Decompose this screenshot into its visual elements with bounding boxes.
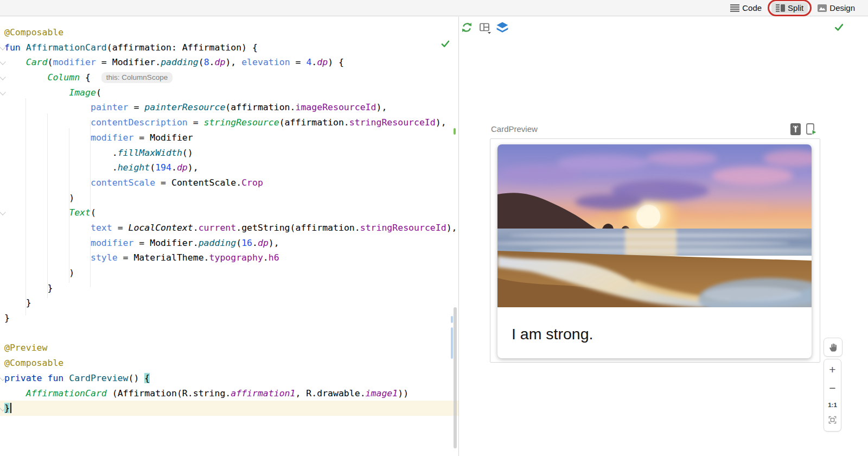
code-token: current xyxy=(199,223,237,233)
code-token: = Modifier xyxy=(133,132,193,143)
code-token: = Modifier. xyxy=(133,238,198,248)
code-token: (affirmation. xyxy=(225,102,295,112)
code-token: ( xyxy=(150,162,155,173)
refresh-preview-button[interactable] xyxy=(461,21,473,36)
code-token: = ContentScale. xyxy=(155,178,241,188)
indent-guide xyxy=(47,113,48,298)
code-line: @Composable xyxy=(4,356,458,371)
code-line: Column { this: ColumnScope xyxy=(4,70,458,85)
code-token: = xyxy=(112,223,129,233)
view-options-icon xyxy=(479,22,492,34)
code-line: @Preview xyxy=(4,340,458,356)
split-mode-label: Split xyxy=(788,3,803,12)
code-token: 16 xyxy=(241,238,252,248)
split-mode-button[interactable]: Split xyxy=(771,2,808,14)
affirmation-card: I am strong. xyxy=(497,144,812,358)
code-token: . xyxy=(311,57,317,67)
code-token: image1 xyxy=(366,388,398,398)
code-token: ), xyxy=(446,223,457,233)
fit-to-screen-button[interactable] xyxy=(828,416,837,426)
split-view-icon xyxy=(776,4,785,12)
code-token: dp xyxy=(215,57,226,67)
code-token: dp xyxy=(317,57,328,67)
code-token: style xyxy=(91,252,118,263)
code-token: . xyxy=(4,148,118,158)
code-line: } xyxy=(4,281,458,296)
code-line: .fillMaxWidth() xyxy=(4,145,458,161)
analysis-green-mark xyxy=(454,128,456,135)
zoom-100-button[interactable]: 1:1 xyxy=(828,402,837,408)
code-token: ), xyxy=(269,238,279,248)
code-token: contentDescription xyxy=(91,117,188,128)
code-line xyxy=(4,326,458,341)
code-token: AffirmationCard xyxy=(26,388,107,398)
code-token: height xyxy=(118,162,150,173)
inspection-ok-icon[interactable] xyxy=(441,39,450,50)
run-on-device-icon xyxy=(805,123,818,136)
code-line: contentScale = ContentScale.Crop xyxy=(4,175,458,191)
code-token xyxy=(4,87,69,98)
code-line: Image( xyxy=(4,85,458,100)
run-preview-on-device-button[interactable] xyxy=(805,123,818,138)
preview-canvas[interactable]: I am strong. xyxy=(490,138,820,363)
code-token xyxy=(4,102,91,112)
indent-guide xyxy=(69,128,69,283)
interactive-preview-icon xyxy=(790,123,802,136)
code-mode-button[interactable]: Code xyxy=(730,3,762,12)
code-token xyxy=(4,207,69,218)
code-line: ) xyxy=(4,191,458,206)
code-editor-pane[interactable]: @Composablefun AffirmationCard(affirmati… xyxy=(0,17,458,456)
code-token: 4 xyxy=(306,57,311,67)
code-token: Image xyxy=(69,87,96,98)
code-line: Card(modifier = Modifier.padding(8.dp), … xyxy=(4,55,458,70)
fit-to-screen-icon xyxy=(828,416,837,424)
code-token: modifier xyxy=(53,57,95,67)
interactive-preview-button[interactable] xyxy=(790,123,802,138)
code-token: text xyxy=(91,223,112,233)
code-token: @Composable xyxy=(4,358,63,368)
code-line: painter = painterResource(affirmation.im… xyxy=(4,100,458,115)
code-token: (affirmation. xyxy=(279,117,349,128)
code-token: = xyxy=(188,117,204,128)
code-line: modifier = Modifier xyxy=(4,130,458,145)
code-token: ), xyxy=(188,162,199,173)
code-token: ) { xyxy=(328,57,344,67)
code-line: } xyxy=(4,311,458,326)
editor-scrollbar[interactable] xyxy=(454,307,457,448)
code-token: @Preview xyxy=(4,343,47,353)
code-token: )) xyxy=(398,388,409,398)
code-token: = MaterialTheme. xyxy=(118,252,209,263)
code-token: fillMaxWidth xyxy=(118,148,182,158)
code-line: @Composable xyxy=(4,25,458,40)
code-token: = xyxy=(290,57,307,67)
zoom-out-button[interactable]: − xyxy=(829,383,835,394)
code-token: affirmation1 xyxy=(231,388,295,398)
code-token xyxy=(4,72,47,83)
code-line: modifier = Modifier.padding(16.dp), xyxy=(4,236,458,251)
code-line: contentDescription = stringResource(affi… xyxy=(4,115,458,130)
refresh-icon xyxy=(461,21,473,34)
code-token: ) xyxy=(4,193,74,203)
code-mode-label: Code xyxy=(742,3,762,12)
code-token: AffirmationCard xyxy=(26,42,107,53)
code-token: (affirmation: Affirmation) { xyxy=(107,42,258,53)
zoom-in-button[interactable]: + xyxy=(829,364,835,375)
code-token: } xyxy=(4,297,31,308)
code-token: () xyxy=(129,373,145,383)
design-mode-button[interactable]: Design xyxy=(818,3,855,12)
design-image-icon xyxy=(818,4,827,12)
code-token: stringResourceId xyxy=(349,117,436,128)
indent-guide xyxy=(90,237,91,287)
code-token: imageResourceId xyxy=(295,102,376,112)
code-token: { xyxy=(144,373,150,383)
code-token: = Modifier. xyxy=(96,57,161,67)
card-text-row: I am strong. xyxy=(497,309,812,358)
code-token: .getString(affirmation. xyxy=(236,223,360,233)
code-line: AffirmationCard (Affirmation(R.string.af… xyxy=(4,386,458,401)
view-options-button[interactable] xyxy=(479,22,492,36)
layers-button[interactable] xyxy=(495,20,510,37)
pan-tool-button[interactable] xyxy=(824,338,843,357)
code-token: (Affirmation(R.string. xyxy=(107,388,231,398)
code-token: modifier xyxy=(91,132,133,143)
code-token: stringResource xyxy=(204,117,279,128)
